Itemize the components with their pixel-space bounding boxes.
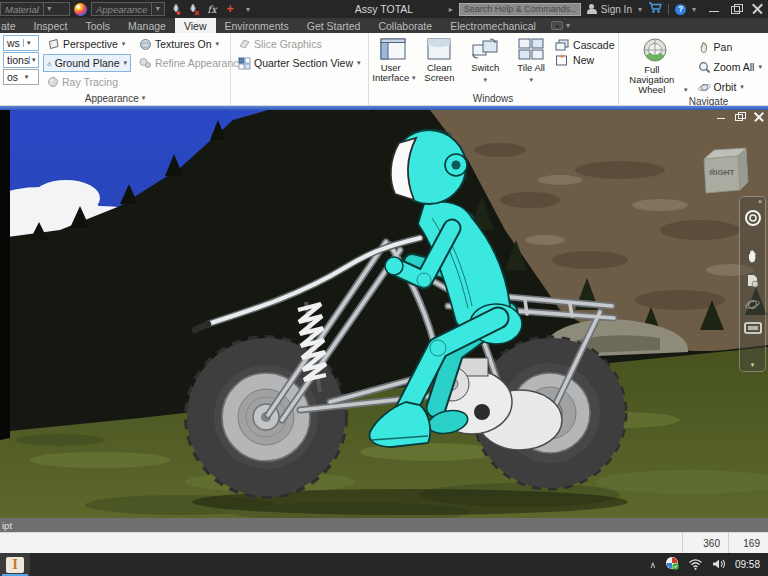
switch-icon [470, 37, 500, 61]
ribbon: ws ▾ tions ▾ os ▾ Perspective [0, 33, 768, 106]
doc-restore-button[interactable] [735, 112, 745, 121]
navbar-zoom-button[interactable] [742, 268, 764, 292]
rider-hand [385, 257, 403, 275]
navbar-orbit-button[interactable] [742, 292, 764, 316]
navbar-more-chevron-icon[interactable]: ▾ [751, 361, 755, 371]
doc-minimize-button[interactable] [716, 112, 726, 121]
material-dropdown-value: Material [1, 4, 43, 15]
appearance-dropdown[interactable]: Appearance ▾ [91, 2, 165, 16]
inventor-window: Material ▾ Appearance ▾ fx + ▾ Assy TOTA… [0, 0, 768, 576]
ground-plane-button[interactable]: Ground Plane ▾ [43, 54, 131, 72]
help-chevron-icon[interactable]: ▾ [692, 5, 696, 14]
navbar-look-at-button[interactable] [742, 316, 764, 340]
system-tray: ∧ 09:58 [649, 553, 768, 576]
tray-expand-icon[interactable]: ∧ [649, 560, 656, 570]
sign-in-chevron-icon[interactable]: ▾ [638, 5, 642, 14]
ribbon-display-toggle[interactable]: ▾ [545, 18, 576, 33]
navbar-wheel-button[interactable] [742, 206, 764, 230]
viewport-3d[interactable]: RIGHT × ▾ [0, 110, 768, 518]
doc-close-button[interactable] [754, 112, 764, 121]
pan-button[interactable]: Pan [694, 38, 766, 56]
rider-helmet [391, 130, 467, 204]
navigation-bar[interactable]: × ▾ [739, 196, 766, 372]
tab-view[interactable]: View [175, 18, 216, 33]
volume-icon[interactable] [712, 556, 726, 574]
chevron-down-icon[interactable]: ▾ [29, 56, 38, 64]
slice-graphics-button[interactable]: Slice Graphics [234, 35, 365, 53]
title-bar: Material ▾ Appearance ▾ fx + ▾ Assy TOTA… [0, 0, 768, 18]
chevron-down-icon[interactable]: ▾ [151, 3, 163, 15]
restore-button[interactable] [730, 4, 742, 14]
clear-appearance-icon[interactable] [187, 2, 201, 16]
slice-graphics-icon [238, 38, 251, 50]
ray-tracing-button[interactable]: Ray Tracing [43, 73, 131, 91]
material-dropdown[interactable]: Material ▾ [0, 2, 70, 16]
help-button[interactable]: ? [675, 4, 686, 15]
tab-tools[interactable]: Tools [76, 18, 119, 33]
switch-button[interactable]: Switch ▾ [463, 35, 507, 91]
tab-inspect[interactable]: Inspect [25, 18, 77, 33]
minimize-button[interactable] [708, 4, 720, 14]
tab-environments[interactable]: Environments [216, 18, 298, 33]
tile-all-icon [517, 37, 545, 61]
cascade-button[interactable]: Cascade [555, 39, 614, 51]
viewcube[interactable]: RIGHT [698, 146, 750, 196]
security-status-icon[interactable] [665, 556, 679, 574]
tab-get-started[interactable]: Get Started [298, 18, 370, 33]
wifi-icon[interactable] [688, 556, 703, 574]
search-input[interactable] [459, 3, 581, 16]
tab-electromechanical[interactable]: Electromechanical [441, 18, 545, 33]
parameters-fx-icon[interactable]: fx [205, 2, 219, 16]
taskbar-inventor-button[interactable]: I [0, 553, 30, 576]
tile-all-button[interactable]: Tile All ▾ [509, 35, 553, 91]
inventor-app-icon: I [6, 557, 24, 573]
status-bar: 360 169 [0, 532, 768, 553]
clean-screen-icon [425, 37, 453, 61]
panel-navigate: Full Navigation Wheel▾ Pan Zoom All ▾ Or [619, 33, 768, 105]
navbar-close-icon[interactable]: × [758, 197, 765, 206]
document-tab-clipped[interactable]: ipt [2, 520, 12, 531]
orbit-button[interactable]: Orbit ▾ [694, 78, 766, 96]
chevron-down-icon[interactable]: ▾ [23, 39, 34, 47]
panel-flyout-icon: ▾ [142, 94, 146, 102]
tab-manage[interactable]: Manage [119, 18, 175, 33]
taskbar-clock[interactable]: 09:58 [735, 559, 760, 570]
status-counter-files: 169 [728, 533, 768, 553]
chevron-down-icon[interactable]: ▾ [43, 3, 55, 15]
navbar-pan-button[interactable] [742, 244, 764, 268]
document-tab-bar[interactable]: ipt [0, 518, 768, 532]
qat-customize-chevron-icon[interactable]: ▾ [241, 2, 255, 16]
new-window-button[interactable]: New [555, 54, 614, 66]
chevron-down-icon: ▾ [566, 21, 570, 30]
refine-appearance-icon [139, 57, 152, 69]
adjust-icon[interactable] [169, 2, 183, 16]
perspective-button[interactable]: Perspective ▾ [43, 35, 131, 53]
orbit-icon [698, 81, 711, 94]
shadows-combo-clipped[interactable]: ws ▾ [3, 35, 39, 51]
store-cart-icon[interactable] [648, 2, 662, 16]
adjust-appearance-icon[interactable] [74, 3, 87, 16]
reflections-combo-clipped[interactable]: tions ▾ [3, 52, 39, 68]
document-window-controls [716, 112, 764, 121]
quick-access-toolbar: Material ▾ Appearance ▾ fx + ▾ [0, 2, 255, 16]
close-button[interactable] [752, 4, 764, 14]
clean-screen-button[interactable]: Clean Screen [417, 35, 461, 91]
visual-styles-combo-clipped[interactable]: os ▾ [3, 69, 39, 85]
photo-edge [0, 110, 10, 440]
status-counter-occurrences: 360 [682, 533, 728, 553]
ribbon-display-icon [551, 21, 563, 30]
zoom-all-button[interactable]: Zoom All ▾ [694, 58, 766, 76]
flyout-right-icon[interactable]: ▸ [449, 5, 453, 14]
pan-hand-icon [698, 41, 711, 54]
panel-label-appearance[interactable]: Appearance ▾ [0, 91, 230, 105]
chevron-down-icon[interactable]: ▾ [21, 73, 32, 81]
full-navigation-wheel-button[interactable]: Full Navigation Wheel▾ [622, 35, 688, 96]
add-icon[interactable]: + [223, 2, 237, 16]
tab-collaborate[interactable]: Collaborate [369, 18, 441, 33]
sign-in-button[interactable]: Sign In [587, 4, 632, 15]
ground-plane-icon [47, 57, 52, 70]
user-interface-button[interactable]: User Interface▾ [372, 35, 416, 91]
quarter-section-view-button[interactable]: Quarter Section View ▾ [234, 54, 365, 72]
tab-annotate-clipped[interactable]: ate [0, 18, 25, 33]
quarter-section-icon [238, 57, 251, 70]
